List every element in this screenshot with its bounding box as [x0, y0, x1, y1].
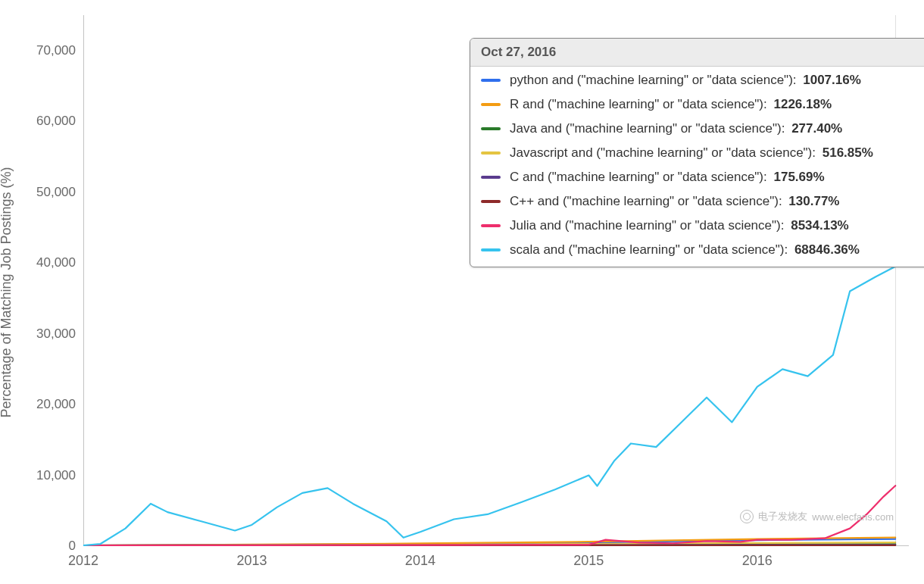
y-tick-label: 10,000: [23, 468, 76, 483]
x-tick-label: 2014: [405, 553, 435, 569]
x-tick-label: 2015: [573, 553, 604, 569]
legend-series-name: python and ("machine learning" or "data …: [510, 73, 793, 88]
legend-row: Julia and ("machine learning" or "data s…: [470, 214, 924, 238]
legend-row: scala and ("machine learning" or "data s…: [470, 238, 924, 262]
legend-swatch: [481, 151, 501, 155]
legend-series-value: 8534.13%: [791, 218, 849, 233]
legend-series-name: R and ("machine learning" or "data scien…: [510, 97, 763, 112]
legend-swatch: [481, 200, 501, 203]
legend-series-value: 130.77%: [788, 194, 839, 209]
legend-row: Java and ("machine learning" or "data sc…: [470, 117, 924, 141]
chart-container: Percentage of Matching Job Postings (%) …: [0, 0, 924, 584]
legend-row: C and ("machine learning" or "data scien…: [470, 165, 924, 189]
y-tick-label: 60,000: [23, 114, 76, 129]
legend-series-name: C++ and ("machine learning" or "data sci…: [510, 194, 779, 209]
legend-row: Javascript and ("machine learning" or "d…: [470, 141, 924, 165]
legend-series-value: 175.69%: [773, 170, 824, 185]
y-tick-label: 40,000: [23, 255, 76, 270]
legend-series-value: 1007.16%: [803, 73, 861, 88]
legend-series-name: C and ("machine learning" or "data scien…: [510, 170, 763, 185]
legend-swatch: [481, 248, 501, 251]
legend-series-value: 516.85%: [823, 145, 873, 161]
legend-swatch: [481, 224, 501, 227]
tooltip-panel: Oct 27, 2016 python and ("machine learni…: [470, 38, 924, 267]
legend-row: C++ and ("machine learning" or "data sci…: [470, 189, 924, 214]
legend-series-name: Julia and ("machine learning" or "data s…: [510, 218, 781, 233]
x-tick-label: 2012: [68, 553, 98, 569]
y-axis-label: Percentage of Matching Job Postings (%): [0, 167, 14, 417]
legend-swatch: [481, 103, 501, 106]
legend-series-name: Javascript and ("machine learning" or "d…: [510, 145, 812, 161]
tooltip-date: Oct 27, 2016: [470, 39, 924, 67]
legend-series-value: 68846.36%: [794, 242, 860, 258]
legend-series-name: Java and ("machine learning" or "data sc…: [510, 121, 782, 136]
y-tick-label: 50,000: [23, 185, 76, 200]
legend-swatch: [481, 79, 501, 82]
tooltip-body: python and ("machine learning" or "data …: [470, 67, 924, 267]
plot-area[interactable]: Oct 27, 2016 python and ("machine learni…: [83, 15, 909, 546]
legend-swatch: [481, 176, 501, 179]
legend-series-value: 1226.18%: [773, 97, 832, 112]
legend-row: R and ("machine learning" or "data scien…: [470, 92, 924, 117]
y-tick-label: 0: [23, 539, 76, 554]
x-tick-label: 2016: [742, 553, 773, 569]
legend-swatch: [481, 127, 501, 130]
legend-row: python and ("machine learning" or "data …: [470, 68, 924, 92]
y-tick-label: 30,000: [23, 326, 76, 342]
y-tick-label: 20,000: [23, 397, 76, 412]
legend-series-name: scala and ("machine learning" or "data s…: [510, 242, 784, 258]
y-tick-label: 70,000: [23, 43, 76, 58]
legend-series-value: 277.40%: [791, 121, 842, 136]
x-tick-label: 2013: [236, 553, 267, 569]
